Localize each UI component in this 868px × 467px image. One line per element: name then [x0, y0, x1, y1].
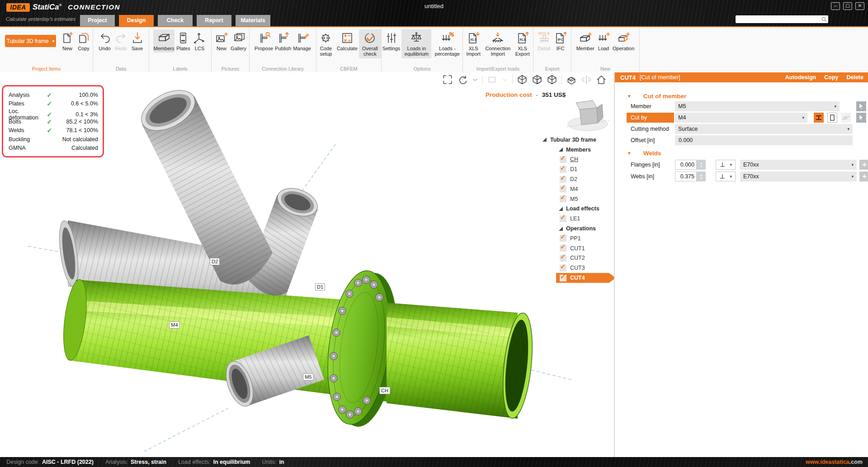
- manage-button[interactable]: Manage: [292, 29, 311, 52]
- settings-button[interactable]: Settings: [382, 29, 401, 52]
- checkbox-checked-icon[interactable]: ✓: [560, 245, 566, 252]
- tree-item-ch[interactable]: ✓CH: [536, 155, 615, 165]
- copy-project-button[interactable]: Copy: [76, 29, 91, 52]
- loads-percentage-button[interactable]: Loads - percentage: [432, 29, 462, 58]
- tree-item-pp1[interactable]: ✓PP1: [536, 234, 615, 243]
- cut-mode-hollow-button[interactable]: [827, 113, 837, 123]
- webs-add-weld-button[interactable]: +: [859, 172, 868, 181]
- webs-weld-type-dropdown[interactable]: ▾: [716, 172, 736, 181]
- cut-mode-plate-button[interactable]: [841, 113, 851, 123]
- checkbox-checked-icon[interactable]: ✓: [560, 195, 566, 202]
- checkbox-checked-icon[interactable]: ✓: [560, 215, 566, 222]
- maximize-button[interactable]: ▢: [843, 2, 852, 10]
- close-button[interactable]: ✕: [855, 2, 864, 10]
- autodesign-button[interactable]: Autodesign: [785, 74, 816, 81]
- tree-item-cut4-selected[interactable]: ✓ CUT4: [536, 273, 615, 283]
- checkbox-checked-icon[interactable]: ✓: [560, 235, 566, 242]
- webs-electrode-dropdown[interactable]: E70xx ▾: [740, 172, 857, 181]
- gallery-button[interactable]: Gallery: [230, 29, 247, 52]
- expander-icon[interactable]: [559, 148, 563, 152]
- tree-item-m4[interactable]: ✓M4: [536, 184, 615, 194]
- flanges-electrode-dropdown[interactable]: E70xx ▾: [740, 160, 857, 170]
- selected-operation-highlight[interactable]: ✓ CUT4: [556, 273, 616, 283]
- checkbox-checked-icon[interactable]: ✓: [560, 275, 566, 281]
- copy-operation-button[interactable]: Copy: [824, 74, 838, 81]
- checkbox-checked-icon[interactable]: ✓: [560, 166, 566, 173]
- flanges-spinner[interactable]: ▲▼: [697, 160, 706, 170]
- cutting-method-dropdown[interactable]: Surface▾: [675, 124, 853, 134]
- connection-import-button[interactable]: Connection Import: [485, 29, 511, 58]
- home-view-icon[interactable]: [596, 74, 607, 85]
- marquee-select-icon[interactable]: [487, 74, 498, 85]
- flanges-size-input[interactable]: 0.000: [675, 160, 697, 170]
- search-box[interactable]: [736, 15, 828, 23]
- section-collapse-icon[interactable]: ▼: [627, 151, 632, 156]
- tree-group-members[interactable]: Members: [536, 145, 615, 155]
- loads-in-equilibrium-button[interactable]: Loads in equilibrium: [401, 29, 431, 58]
- project-template-selector[interactable]: Tubular 3D frame ▾: [5, 35, 56, 47]
- minimize-button[interactable]: –: [831, 2, 840, 10]
- tree-item-cut1[interactable]: ✓CUT1: [536, 243, 615, 253]
- tree-root[interactable]: Tubular 3D frame: [536, 135, 615, 145]
- section-cut-of-member[interactable]: ▼ Cut of member: [615, 91, 686, 100]
- ifc-export-button[interactable]: IFC IFC: [553, 29, 568, 52]
- section-collapse-icon[interactable]: ▼: [627, 94, 632, 99]
- checkbox-checked-icon[interactable]: ✓: [560, 265, 566, 272]
- tree-group-load-effects[interactable]: Load effects: [536, 204, 615, 214]
- member-label-m4[interactable]: M4: [169, 321, 179, 329]
- xls-import-button[interactable]: XLS XLS Import: [463, 29, 484, 58]
- section-welds[interactable]: ▼ Welds: [615, 148, 661, 157]
- cut-by-dropdown[interactable]: M4▾: [675, 113, 807, 123]
- tab-design[interactable]: Design: [119, 15, 154, 26]
- section-cut-view-icon[interactable]: [566, 74, 577, 85]
- tree-item-le1[interactable]: ✓LE1: [536, 214, 615, 224]
- plates-labels-button[interactable]: Plates: [175, 29, 191, 52]
- webs-spinner[interactable]: ▲▼: [697, 172, 706, 181]
- cut-by-pick-button[interactable]: [856, 113, 866, 123]
- xls-export-button[interactable]: XLS XLS Export: [512, 29, 533, 58]
- tree-item-d2[interactable]: ✓D2: [536, 174, 615, 184]
- tab-report[interactable]: Report: [197, 15, 231, 26]
- propose-button[interactable]: Propose: [254, 29, 274, 52]
- member-label-d2[interactable]: D2: [210, 258, 220, 265]
- mirror-view-icon[interactable]: [581, 74, 592, 85]
- search-input[interactable]: [736, 16, 821, 22]
- tab-check[interactable]: Check: [158, 15, 193, 26]
- code-setup-button[interactable]: Code setup: [316, 29, 335, 58]
- save-button[interactable]: Save: [130, 29, 145, 52]
- new-member-button[interactable]: Member: [576, 29, 595, 52]
- chevron-down-icon[interactable]: [502, 74, 508, 85]
- delete-operation-button[interactable]: Delete: [846, 74, 863, 81]
- member-label-ch[interactable]: CH: [379, 387, 390, 394]
- flanges-weld-type-dropdown[interactable]: ▾: [716, 160, 736, 170]
- tree-item-cut2[interactable]: ✓CUT2: [536, 253, 615, 263]
- fit-view-icon[interactable]: [442, 74, 453, 85]
- new-operation-button[interactable]: Operation: [612, 29, 635, 52]
- navigation-cube[interactable]: [564, 94, 611, 136]
- new-project-button[interactable]: New: [60, 29, 75, 52]
- overall-check-button[interactable]: Overall check: [359, 29, 381, 58]
- checkbox-checked-icon[interactable]: ✓: [560, 255, 566, 262]
- tree-item-d1[interactable]: ✓D1: [536, 164, 615, 174]
- website-link[interactable]: www.ideastatica.com: [806, 459, 863, 465]
- tree-item-cut3[interactable]: ✓CUT3: [536, 263, 615, 273]
- detail-export-button[interactable]: BETA Detail: [537, 29, 552, 52]
- flanges-add-weld-button[interactable]: +: [859, 160, 868, 170]
- member-label-m5[interactable]: M5: [303, 373, 313, 381]
- solid-view-icon[interactable]: [547, 74, 557, 85]
- members-labels-button[interactable]: Members: [153, 29, 175, 52]
- checkbox-checked-icon[interactable]: ✓: [560, 186, 566, 192]
- new-picture-button[interactable]: New: [214, 29, 229, 52]
- checkbox-checked-icon[interactable]: ✓: [560, 176, 566, 183]
- member-label-d1[interactable]: D1: [315, 283, 325, 291]
- rotate-view-icon[interactable]: [457, 74, 468, 85]
- expander-icon[interactable]: [559, 207, 563, 211]
- member-dropdown[interactable]: M5▾: [675, 101, 840, 111]
- chevron-down-icon[interactable]: [472, 74, 478, 85]
- new-load-button[interactable]: Load: [596, 29, 611, 52]
- member-pick-button[interactable]: [856, 101, 866, 111]
- redo-button[interactable]: Redo: [113, 29, 129, 52]
- tab-materials[interactable]: Materials: [236, 15, 270, 26]
- publish-button[interactable]: Publish: [274, 29, 292, 52]
- cut-mode-beam-button[interactable]: [814, 113, 824, 123]
